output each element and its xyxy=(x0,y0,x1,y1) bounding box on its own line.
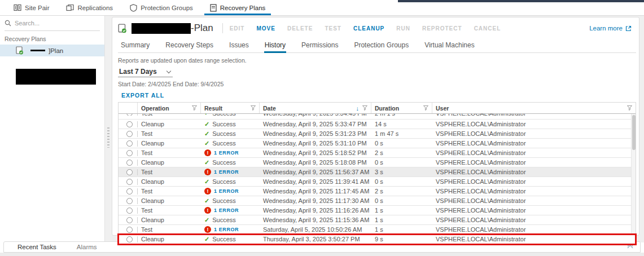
tab-virtual-machines[interactable]: Virtual Machines xyxy=(424,39,475,52)
date-cell: Wednesday, April 9, 2025 11:56:37 AM xyxy=(260,169,371,175)
header-operation[interactable]: Operation xyxy=(138,103,201,113)
cancel-button[interactable]: CANCEL xyxy=(474,25,501,32)
user-cell: VSPHERE.LOCAL\Administrator xyxy=(432,226,636,233)
user-cell: VSPHERE.LOCAL\Administrator xyxy=(432,217,636,223)
splitter-handle[interactable] xyxy=(107,127,109,148)
delete-button[interactable]: DELETE xyxy=(287,25,313,32)
result-label: 1 ERROR xyxy=(214,169,239,175)
date-range-select[interactable]: Last 7 Days xyxy=(118,66,173,77)
filter-icon[interactable] xyxy=(423,105,428,111)
header-result[interactable]: Result xyxy=(201,103,260,113)
date-cell: Wednesday, April 9, 2025 5:31:10 PM xyxy=(260,140,371,147)
reprotect-button[interactable]: REPROTECT xyxy=(422,25,462,32)
row-radio[interactable] xyxy=(126,140,133,147)
table-row[interactable]: Test Success Wednesday, April 9, 2025 5:… xyxy=(119,129,636,139)
row-radio[interactable] xyxy=(126,169,133,175)
row-radio[interactable] xyxy=(126,150,133,156)
recent-tasks-tab[interactable]: Recent Tasks xyxy=(17,244,56,250)
result-cell: Success xyxy=(201,114,260,117)
window-footer-strip xyxy=(0,253,644,256)
move-button[interactable]: MOVE xyxy=(256,25,275,32)
header-date[interactable]: Date ↓ xyxy=(260,103,371,113)
tab-protection-groups[interactable]: Protection Groups xyxy=(353,39,409,52)
table-row[interactable]: Test 1 ERROR Wednesday, April 9, 2025 11… xyxy=(119,206,636,215)
table-row[interactable]: Test Success Wednesday, April 9, 2025 5:… xyxy=(119,114,636,120)
export-all-button[interactable]: EXPORT ALL xyxy=(121,92,164,99)
sidebar-item-recovery-plan[interactable]: ]Plan xyxy=(0,45,104,56)
table-scrollbar-thumb[interactable] xyxy=(632,115,636,150)
operation-cell: Cleanup xyxy=(138,159,201,166)
date-cell: Thursday, April 3, 2025 3:50:27 PM xyxy=(260,236,371,242)
result-icon xyxy=(204,217,209,224)
header-select-column xyxy=(119,103,138,113)
row-radio[interactable] xyxy=(126,217,133,223)
row-radio[interactable] xyxy=(126,188,133,195)
operation-cell: Test xyxy=(138,188,201,195)
tab-history[interactable]: History xyxy=(264,39,286,52)
row-select-cell xyxy=(119,225,138,234)
row-select-cell xyxy=(119,235,138,244)
filter-icon[interactable] xyxy=(192,105,197,111)
row-radio[interactable] xyxy=(126,227,133,233)
table-row[interactable]: Test 1 ERROR Wednesday, April 9, 2025 11… xyxy=(119,167,636,177)
window-header-strip xyxy=(398,0,644,2)
table-row[interactable]: Test 1 ERROR Wednesday, April 9, 2025 5:… xyxy=(119,148,636,158)
table-row[interactable]: Cleanup Success Wednesday, April 9, 2025… xyxy=(119,177,636,187)
row-select-cell xyxy=(119,148,138,157)
result-cell: Success xyxy=(201,130,260,138)
nav-tab-recovery-plans[interactable]: Recovery Plans xyxy=(204,0,271,15)
alarms-tab[interactable]: Alarms xyxy=(77,244,97,250)
expand-panel-button[interactable] xyxy=(628,244,632,250)
table-row[interactable]: Test 1 ERROR Wednesday, April 9, 2025 11… xyxy=(119,187,636,196)
result-label: Success xyxy=(212,114,236,117)
date-cell: Wednesday, April 9, 2025 5:18:08 PM xyxy=(260,159,371,166)
nav-tab-label: Site Pair xyxy=(25,5,49,11)
row-select-cell xyxy=(119,187,138,196)
result-cell: Success xyxy=(201,197,260,205)
search-input[interactable] xyxy=(15,20,94,27)
row-radio[interactable] xyxy=(126,131,133,137)
filter-icon[interactable] xyxy=(362,105,367,111)
table-row[interactable]: Cleanup Success Wednesday, April 9, 2025… xyxy=(119,215,636,225)
tab-summary[interactable]: Summary xyxy=(120,39,150,52)
table-row[interactable]: Cleanup Success Wednesday, April 9, 2025… xyxy=(119,120,636,129)
test-button[interactable]: TEST xyxy=(325,25,341,32)
learn-more-label: Learn more xyxy=(589,25,623,32)
learn-more-link[interactable]: Learn more xyxy=(589,25,632,32)
table-row[interactable]: Test 1 ERROR Saturday, April 5, 2025 10:… xyxy=(119,225,636,235)
row-radio[interactable] xyxy=(126,208,133,214)
row-radio[interactable] xyxy=(126,236,133,242)
user-cell: VSPHERE.LOCAL\Administrator xyxy=(432,197,636,204)
table-row[interactable]: Cleanup Success Wednesday, April 9, 2025… xyxy=(119,158,636,167)
duration-cell: 2 s xyxy=(371,188,432,195)
row-radio[interactable] xyxy=(126,114,133,116)
result-icon xyxy=(204,197,209,205)
row-radio[interactable] xyxy=(126,121,133,127)
table-row[interactable]: Cleanup Success Wednesday, April 9, 2025… xyxy=(119,139,636,148)
nav-tab-replications[interactable]: Replications xyxy=(60,0,119,15)
tab-permissions[interactable]: Permissions xyxy=(301,39,339,52)
sort-desc-icon[interactable]: ↓ xyxy=(356,105,360,112)
nav-tab-site-pair[interactable]: Site Pair xyxy=(8,0,55,15)
header-user[interactable]: User xyxy=(432,103,636,113)
user-cell: VSPHERE.LOCAL\Administrator xyxy=(432,130,636,137)
tab-issues[interactable]: Issues xyxy=(229,39,249,52)
row-radio[interactable] xyxy=(126,198,133,204)
row-radio[interactable] xyxy=(126,160,133,166)
header-duration[interactable]: Duration xyxy=(371,103,432,113)
user-cell: VSPHERE.LOCAL\Administrator xyxy=(432,121,636,127)
result-label: Success xyxy=(212,159,236,166)
filter-icon[interactable] xyxy=(251,105,256,111)
filter-icon[interactable] xyxy=(627,105,632,111)
table-row[interactable]: Cleanup Success Wednesday, April 9, 2025… xyxy=(119,196,636,206)
row-radio[interactable] xyxy=(126,179,133,185)
nav-tab-protection-groups[interactable]: Protection Groups xyxy=(124,0,199,15)
table-row[interactable]: Cleanup Success Thursday, April 3, 2025 … xyxy=(119,235,636,244)
operation-cell: Cleanup xyxy=(138,178,201,185)
tab-recovery-steps[interactable]: Recovery Steps xyxy=(165,39,214,52)
main-panel: -Plan EDIT MOVE DELETE TEST CLEANUP RUN … xyxy=(112,17,639,236)
run-button[interactable]: RUN xyxy=(396,25,410,32)
result-cell: 1 ERROR xyxy=(201,169,260,175)
edit-button[interactable]: EDIT xyxy=(230,25,245,32)
cleanup-button[interactable]: CLEANUP xyxy=(353,25,384,32)
